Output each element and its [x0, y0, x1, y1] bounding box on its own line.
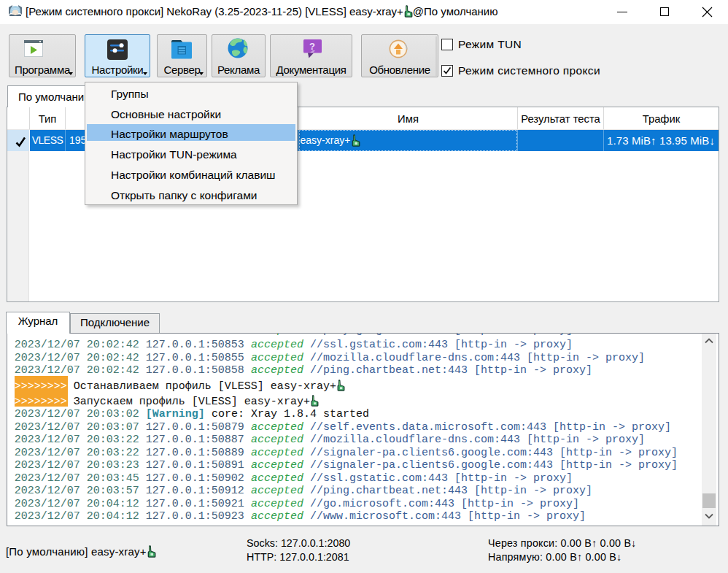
svg-text:?: ?	[309, 41, 315, 52]
